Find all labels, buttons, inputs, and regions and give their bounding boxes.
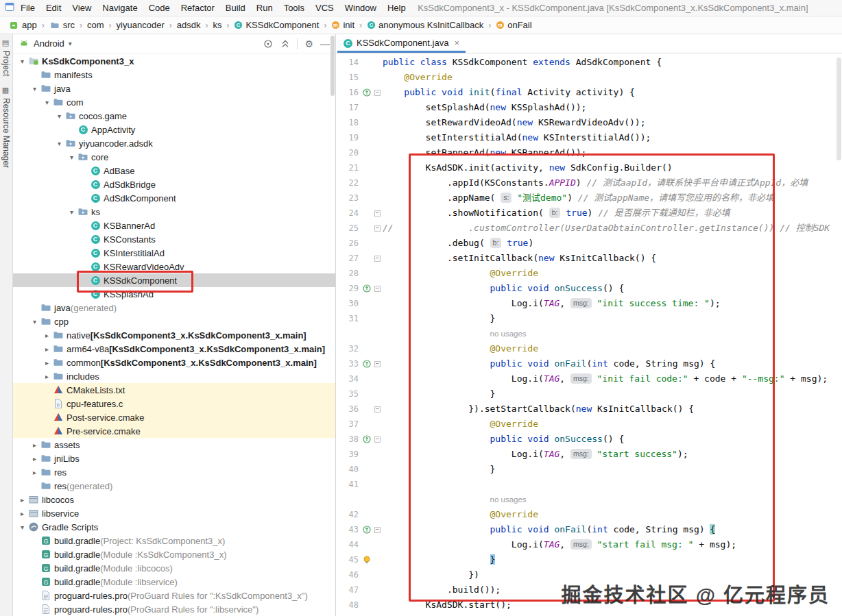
breadcrumb-item-init[interactable]: minit xyxy=(330,20,356,30)
tree-item-cocos-game[interactable]: ▾cocos.game xyxy=(13,109,335,123)
fold-marker-icon[interactable]: − xyxy=(374,361,381,367)
code-line-26[interactable]: 26 .debug( b: true) xyxy=(336,236,842,251)
code-line-45[interactable]: 45 } xyxy=(336,552,842,567)
line-number[interactable]: 45 xyxy=(336,552,361,567)
breadcrumb-item-app[interactable]: app xyxy=(7,20,38,31)
line-number[interactable]: 25 xyxy=(336,221,361,236)
line-number[interactable]: 15 xyxy=(336,70,361,85)
chevron-expanded-icon[interactable]: ▾ xyxy=(17,523,27,531)
code-line-44[interactable]: 44 Log.i(TAG, msg: "start fail msg: " + … xyxy=(336,537,842,552)
line-number[interactable]: 38 xyxy=(336,432,361,447)
menu-edit[interactable]: Edit xyxy=(40,1,67,14)
breadcrumb-item-onfail[interactable]: monFail xyxy=(494,20,533,30)
code-line-17[interactable]: 17 setSplashAd(new KSSplashAd()); xyxy=(336,100,842,115)
line-number[interactable]: 22 xyxy=(336,175,361,190)
breadcrumb-item-adsdk[interactable]: adsdk xyxy=(176,20,202,30)
code-line-39[interactable]: 39 Log.i(TAG, msg: "start success"); xyxy=(336,447,842,462)
code-inlay-line[interactable]: no usages xyxy=(336,492,842,507)
fold-marker-icon[interactable]: − xyxy=(374,256,381,262)
line-number[interactable]: 37 xyxy=(336,417,361,432)
editor-tab[interactable]: C KSSdkComponent.java × xyxy=(337,34,466,53)
chevron-expanded-icon[interactable]: ▾ xyxy=(42,99,52,106)
chevron-expanded-icon[interactable]: ▾ xyxy=(67,153,77,161)
tree-item-java[interactable]: ▾java xyxy=(13,82,335,95)
editor-scrollbar[interactable] xyxy=(837,58,841,160)
close-icon[interactable]: × xyxy=(453,38,459,48)
line-number[interactable]: 19 xyxy=(336,130,361,145)
tree-item-common[interactable]: ▸common [KsSdkComponent3_x.KsSdkComponen… xyxy=(13,356,335,369)
code-line-36[interactable]: 36− }).setStartCallback(new KsInitCallba… xyxy=(336,402,842,417)
code-line-20[interactable]: 20 setBannerAd(new KSBannerAd()); xyxy=(336,145,842,160)
tree-item-adsdkcomponent[interactable]: CAdSdkComponent xyxy=(13,191,335,205)
code-line-15[interactable]: 15 @Override xyxy=(336,70,842,85)
overriding-method-icon[interactable] xyxy=(363,360,371,368)
tree-item-arm64-v8a[interactable]: ▸arm64-v8a [KsSdkComponent3_x.KsSdkCompo… xyxy=(13,342,335,356)
code-line-41[interactable]: 41 xyxy=(336,477,842,492)
line-number[interactable]: 18 xyxy=(336,115,361,130)
line-number[interactable]: 26 xyxy=(336,236,361,251)
tree-item-cpu-features-c[interactable]: ccpu-features.c xyxy=(13,397,335,410)
chevron-collapsed-icon[interactable]: ▸ xyxy=(42,345,52,353)
code-line-31[interactable]: 31 } xyxy=(336,311,842,326)
menu-vcs[interactable]: VCS xyxy=(310,1,339,14)
code-line-43[interactable]: 43− public void onFail(int code, String … xyxy=(336,522,842,537)
project-scrollbar[interactable] xyxy=(330,36,335,96)
menu-run[interactable]: Run xyxy=(251,1,278,14)
minus-icon[interactable]: — xyxy=(320,39,330,49)
line-number[interactable]: 16 xyxy=(336,85,361,100)
line-number[interactable]: 41 xyxy=(336,477,361,492)
line-number[interactable]: 20 xyxy=(336,145,361,160)
chevron-collapsed-icon[interactable]: ▸ xyxy=(17,510,27,517)
line-number[interactable]: 33 xyxy=(336,356,361,371)
breadcrumb-item-src[interactable]: src xyxy=(48,20,76,31)
tree-item-build-gradle[interactable]: Gbuild.gradle (Project: KsSdkComponent3_… xyxy=(13,534,335,547)
line-number[interactable]: 47 xyxy=(336,582,361,597)
menu-build[interactable]: Build xyxy=(220,1,251,14)
line-number[interactable]: 42 xyxy=(336,507,361,522)
code-editor[interactable]: 14public class KSSdkComponent extends Ad… xyxy=(336,53,842,616)
code-line-22[interactable]: 22 .appId(KSConstants.APPID) // 测试aapId，… xyxy=(336,175,842,190)
tree-item-assets[interactable]: ▸assets xyxy=(13,438,335,452)
line-number[interactable]: 43 xyxy=(336,522,361,537)
overriding-method-icon[interactable] xyxy=(363,284,371,293)
overriding-method-icon[interactable] xyxy=(363,435,371,443)
tree-item-proguard-rules-pro[interactable]: proguard-rules.pro (ProGuard Rules for "… xyxy=(13,602,335,616)
code-line-28[interactable]: 28 @Override xyxy=(336,266,842,281)
tree-item-res[interactable]: res (generated) xyxy=(13,479,335,493)
line-number[interactable]: 21 xyxy=(336,160,361,175)
menu-refactor[interactable]: Refactor xyxy=(176,1,220,14)
line-number[interactable]: 48 xyxy=(336,597,361,613)
code-line-34[interactable]: 34 Log.i(TAG, msg: "init fail code:" + c… xyxy=(336,371,842,386)
gear-icon[interactable]: ⚙ xyxy=(304,39,313,49)
chevron-expanded-icon[interactable]: ▾ xyxy=(67,208,77,216)
breadcrumb-item-yiyuancoder[interactable]: yiyuancoder xyxy=(115,20,166,30)
fold-marker-icon[interactable]: − xyxy=(374,527,381,533)
menu-window[interactable]: Window xyxy=(339,1,382,14)
code-line-21[interactable]: 21 KsAdSDK.init(activity, new SdkConfig.… xyxy=(336,160,842,175)
line-number[interactable]: 31 xyxy=(336,311,361,326)
tree-item-cpp[interactable]: ▾cpp xyxy=(13,315,335,328)
line-number[interactable]: 28 xyxy=(336,266,361,281)
tree-item-gradle-scripts[interactable]: ▾Gradle Scripts xyxy=(13,520,335,534)
tree-item-pre-service-cmake[interactable]: Pre-service.cmake xyxy=(13,424,335,438)
code-line-27[interactable]: 27− .setInitCallback(new KsInitCallback(… xyxy=(336,251,842,266)
code-line-16[interactable]: 16− public void init(final Activity acti… xyxy=(336,85,842,100)
line-number[interactable]: 24 xyxy=(336,206,361,221)
menu-help[interactable]: Help xyxy=(382,1,411,14)
line-number[interactable]: 39 xyxy=(336,447,361,462)
code-line-42[interactable]: 42 @Override xyxy=(336,507,842,522)
tree-item-core[interactable]: ▾core xyxy=(13,150,335,164)
tree-item-manifests[interactable]: manifests xyxy=(13,68,335,82)
code-line-23[interactable]: 23 .appName( s: "测试demo") // 测试appName，请… xyxy=(336,190,842,206)
overriding-method-icon[interactable] xyxy=(363,88,371,97)
collapse-all-icon[interactable] xyxy=(280,38,290,49)
breadcrumb-item-anonymous-ksinitcallback[interactable]: Canonymous KsInitCallback xyxy=(365,20,485,30)
menu-file[interactable]: File xyxy=(15,1,40,14)
fold-marker-icon[interactable]: − xyxy=(374,225,381,232)
tree-item-appactivity[interactable]: CAppActivity xyxy=(13,123,335,136)
code-line-32[interactable]: 32 @Override xyxy=(336,341,842,356)
code-line-30[interactable]: 30 Log.i(TAG, msg: "init success time: "… xyxy=(336,296,842,311)
line-number[interactable]: 27 xyxy=(336,251,361,266)
chevron-expanded-icon[interactable]: ▾ xyxy=(29,85,40,93)
code-line-35[interactable]: 35 } xyxy=(336,386,842,402)
